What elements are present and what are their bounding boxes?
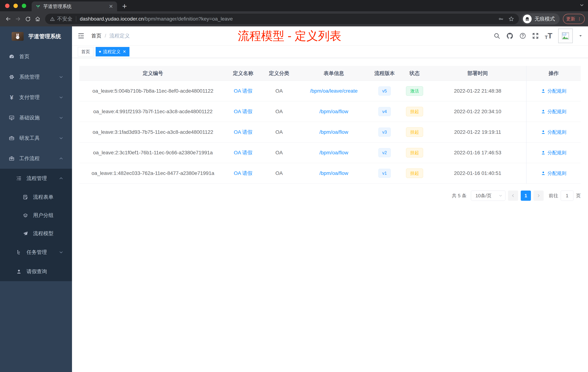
url-path: /bpm/manager/definition?key=oa_leave xyxy=(144,16,233,22)
sidebar-item-label: 请假查询 xyxy=(27,268,47,275)
page-size-select[interactable]: 10条/页 xyxy=(471,191,505,201)
form-link[interactable]: /bpm/oa/flow xyxy=(319,150,348,156)
sidebar-item-payment[interactable]: ¥ 支付管理 xyxy=(0,87,72,108)
assign-rule-link[interactable]: 分配规则 xyxy=(541,129,566,135)
robot-icon xyxy=(22,212,28,218)
yen-icon: ¥ xyxy=(9,94,15,100)
chevron-left-icon xyxy=(511,194,515,198)
assign-rule-link[interactable]: 分配规则 xyxy=(541,88,566,94)
next-page-button[interactable] xyxy=(534,191,544,201)
password-key-icon[interactable] xyxy=(498,16,504,22)
definition-name-link[interactable]: OA 请假 xyxy=(234,149,252,156)
user-icon xyxy=(16,269,22,274)
avatar[interactable] xyxy=(558,29,573,43)
person-icon xyxy=(541,109,546,114)
sidebar-item-infrastructure[interactable]: 基础设施 xyxy=(0,108,72,128)
toolbox-icon xyxy=(9,135,15,141)
new-tab-button[interactable]: + xyxy=(122,2,127,10)
forward-button[interactable] xyxy=(13,14,23,24)
broken-image-icon xyxy=(561,32,570,40)
sidebar-item-label: 工作流程 xyxy=(19,155,40,162)
sidebar-item-system[interactable]: 系统管理 xyxy=(0,67,72,87)
tag-label: 首页 xyxy=(81,49,90,55)
sidebar-toggle-button[interactable] xyxy=(77,32,85,40)
goto-page-input[interactable]: 1 xyxy=(561,191,573,201)
assign-rule-link[interactable]: 分配规则 xyxy=(541,109,566,115)
version-tag: v3 xyxy=(378,128,390,137)
reload-button[interactable] xyxy=(23,14,33,24)
url-text[interactable]: dashboard.yudao.iocoder.cn/bpm/manager/d… xyxy=(80,16,233,22)
chevron-down-icon xyxy=(59,116,63,120)
assign-rule-label: 分配规则 xyxy=(547,88,566,94)
definition-name-link[interactable]: OA 请假 xyxy=(234,129,252,136)
back-button[interactable] xyxy=(3,14,13,24)
chevron-down-icon xyxy=(59,136,63,140)
tag-home[interactable]: 首页 xyxy=(78,47,94,56)
chevron-down-icon xyxy=(59,95,63,99)
github-icon[interactable] xyxy=(506,32,514,40)
definition-name-link[interactable]: OA 请假 xyxy=(234,88,252,94)
sidebar-item-home[interactable]: 首页 xyxy=(0,46,72,67)
tab-close-icon[interactable]: ✕ xyxy=(109,3,113,10)
assign-rule-label: 分配规则 xyxy=(547,109,566,115)
assign-rule-link[interactable]: 分配规则 xyxy=(541,170,566,176)
tag-process-definition[interactable]: 流程定义 ✕ xyxy=(96,47,129,56)
sidebar-item-process-form[interactable]: 流程表单 xyxy=(0,188,72,206)
chevron-down-icon xyxy=(59,250,63,254)
status-badge: 挂起 xyxy=(406,107,423,116)
help-icon[interactable] xyxy=(519,33,526,39)
form-link[interactable]: /bpm/oa/flow xyxy=(319,129,348,135)
window-minimize-button[interactable] xyxy=(13,4,18,8)
form-link[interactable]: /bpm/oa/flow xyxy=(319,170,348,176)
cell-category: OA xyxy=(260,122,299,142)
tag-close-icon[interactable]: ✕ xyxy=(123,50,126,54)
window-zoom-button[interactable] xyxy=(22,4,26,8)
sidebar-item-process-management[interactable]: 流程管理 xyxy=(0,169,72,188)
sidebar-item-leave-query[interactable]: 请假查询 xyxy=(0,262,72,281)
url-bar[interactable]: 不安全 dashboard.yudao.iocoder.cn/bpm/manag… xyxy=(45,14,519,24)
avatar-caret-icon[interactable] xyxy=(578,34,583,38)
version-tag: v4 xyxy=(378,107,390,116)
breadcrumb-separator: / xyxy=(105,33,106,39)
definition-table: 定义编号 定义名称 定义分类 表单信息 流程版本 状态 部署时间 操作 oa_l… xyxy=(79,66,581,184)
update-button[interactable]: 更新 xyxy=(563,14,585,24)
assign-rule-link[interactable]: 分配规则 xyxy=(541,150,566,156)
form-link[interactable]: /bpm/oa/leave/create xyxy=(310,88,358,94)
browser-tab[interactable]: 芋道管理系统 ✕ xyxy=(32,1,117,11)
flow-icon xyxy=(16,249,22,255)
monitor-icon xyxy=(9,115,15,121)
sidebar-item-process-model[interactable]: 流程模型 xyxy=(0,224,72,243)
status-badge: 挂起 xyxy=(406,169,423,178)
tab-search-chevron-icon[interactable] xyxy=(580,3,584,7)
search-icon[interactable] xyxy=(494,33,500,39)
breadcrumb: 首页 / 流程定义 xyxy=(91,33,130,39)
sidebar-item-user-group[interactable]: 用户分组 xyxy=(0,206,72,224)
browser-tabstrip: 芋道管理系统 ✕ + xyxy=(0,0,588,11)
sidebar-item-dev-tools[interactable]: 研发工具 xyxy=(0,128,72,148)
cell-definition-id: oa_leave:3:1fad3d93-7b75-11ec-a3c8-acde4… xyxy=(79,122,227,142)
current-page-button[interactable]: 1 xyxy=(521,191,531,201)
app-navbar: 首页 / 流程定义 流程模型 - 定义列表 TT xyxy=(72,26,588,45)
sidebar-logo[interactable]: 芋道管理系统 xyxy=(0,26,72,46)
form-link[interactable]: /bpm/oa/flow xyxy=(319,109,348,114)
active-tag-dot xyxy=(99,51,101,53)
sidebar-item-task-management[interactable]: 任务管理 xyxy=(0,243,72,262)
window-close-button[interactable] xyxy=(5,4,10,8)
definition-name-link[interactable]: OA 请假 xyxy=(234,170,252,177)
version-tag: v5 xyxy=(378,87,390,96)
url-host: dashboard.yudao.iocoder.cn xyxy=(80,16,144,22)
security-label[interactable]: 不安全 xyxy=(57,15,72,22)
logo-avatar xyxy=(12,32,24,41)
font-size-icon[interactable]: TT xyxy=(545,32,552,40)
security-warning-icon xyxy=(50,16,55,22)
sidebar-item-workflow[interactable]: 工作流程 xyxy=(0,148,72,169)
home-button[interactable] xyxy=(33,14,42,24)
definition-name-link[interactable]: OA 请假 xyxy=(234,108,252,115)
version-tag: v2 xyxy=(378,148,390,157)
bookmark-star-icon[interactable] xyxy=(508,16,514,22)
window-controls[interactable] xyxy=(5,4,26,8)
fullscreen-icon[interactable] xyxy=(532,33,539,39)
col-header: 定义编号 xyxy=(79,66,227,81)
prev-page-button[interactable] xyxy=(508,191,518,201)
breadcrumb-home[interactable]: 首页 xyxy=(91,33,101,39)
